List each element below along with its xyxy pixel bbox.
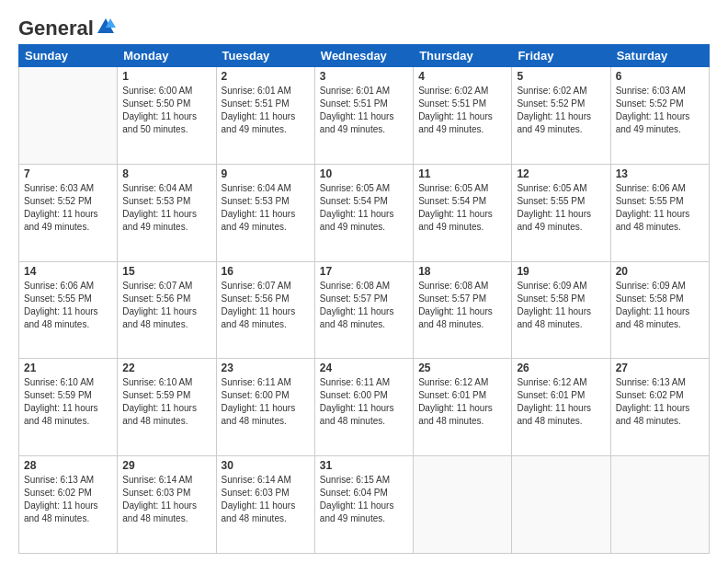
day-info: Sunrise: 6:00 AM Sunset: 5:50 PM Dayligh… [122, 85, 210, 136]
calendar-cell: 16Sunrise: 6:07 AM Sunset: 5:56 PM Dayli… [216, 261, 314, 359]
calendar-week-5: 28Sunrise: 6:13 AM Sunset: 6:02 PM Dayli… [19, 456, 710, 554]
day-info: Sunrise: 6:06 AM Sunset: 5:55 PM Dayligh… [24, 280, 112, 331]
day-info: Sunrise: 6:09 AM Sunset: 5:58 PM Dayligh… [616, 280, 704, 331]
day-header-wednesday: Wednesday [314, 45, 413, 67]
day-info: Sunrise: 6:05 AM Sunset: 5:54 PM Dayligh… [320, 182, 408, 234]
day-info: Sunrise: 6:13 AM Sunset: 6:02 PM Dayligh… [616, 376, 704, 428]
day-info: Sunrise: 6:08 AM Sunset: 5:57 PM Dayligh… [418, 280, 506, 331]
day-number: 18 [418, 265, 506, 278]
calendar-cell: 12Sunrise: 6:05 AM Sunset: 5:55 PM Dayli… [512, 164, 610, 261]
day-info: Sunrise: 6:12 AM Sunset: 6:01 PM Dayligh… [517, 376, 605, 428]
calendar-cell: 20Sunrise: 6:09 AM Sunset: 5:58 PM Dayli… [610, 261, 709, 359]
calendar-cell [414, 456, 512, 554]
day-info: Sunrise: 6:06 AM Sunset: 5:55 PM Dayligh… [616, 182, 704, 234]
day-number: 25 [418, 362, 506, 374]
day-info: Sunrise: 6:15 AM Sunset: 6:04 PM Dayligh… [320, 474, 408, 525]
day-header-thursday: Thursday [414, 45, 512, 67]
logo-icon [96, 17, 116, 37]
day-number: 9 [222, 167, 310, 180]
day-number: 26 [517, 362, 605, 374]
day-info: Sunrise: 6:01 AM Sunset: 5:51 PM Dayligh… [320, 85, 408, 136]
day-info: Sunrise: 6:02 AM Sunset: 5:52 PM Dayligh… [517, 85, 605, 136]
calendar-cell: 7Sunrise: 6:03 AM Sunset: 5:52 PM Daylig… [19, 164, 118, 261]
calendar-week-1: 1Sunrise: 6:00 AM Sunset: 5:50 PM Daylig… [19, 67, 710, 165]
calendar-cell: 1Sunrise: 6:00 AM Sunset: 5:50 PM Daylig… [118, 67, 216, 165]
calendar-week-2: 7Sunrise: 6:03 AM Sunset: 5:52 PM Daylig… [19, 164, 710, 261]
calendar-cell: 24Sunrise: 6:11 AM Sunset: 6:00 PM Dayli… [314, 359, 413, 456]
day-number: 14 [24, 265, 112, 278]
day-info: Sunrise: 6:14 AM Sunset: 6:03 PM Dayligh… [122, 474, 210, 525]
day-number: 10 [320, 167, 408, 180]
day-number: 19 [517, 265, 605, 278]
calendar-cell: 30Sunrise: 6:14 AM Sunset: 6:03 PM Dayli… [216, 456, 314, 554]
calendar-cell: 2Sunrise: 6:01 AM Sunset: 5:51 PM Daylig… [216, 67, 314, 165]
calendar-cell: 28Sunrise: 6:13 AM Sunset: 6:02 PM Dayli… [19, 456, 118, 554]
day-number: 27 [616, 362, 704, 374]
day-number: 20 [616, 265, 704, 278]
calendar-cell: 6Sunrise: 6:03 AM Sunset: 5:52 PM Daylig… [610, 67, 709, 165]
day-number: 13 [616, 167, 704, 180]
day-number: 17 [320, 265, 408, 278]
calendar-cell: 5Sunrise: 6:02 AM Sunset: 5:52 PM Daylig… [512, 67, 610, 165]
day-number: 21 [24, 362, 112, 374]
calendar-cell: 17Sunrise: 6:08 AM Sunset: 5:57 PM Dayli… [314, 261, 413, 359]
day-info: Sunrise: 6:04 AM Sunset: 5:53 PM Dayligh… [222, 182, 310, 234]
calendar-cell: 18Sunrise: 6:08 AM Sunset: 5:57 PM Dayli… [414, 261, 512, 359]
calendar-cell: 25Sunrise: 6:12 AM Sunset: 6:01 PM Dayli… [414, 359, 512, 456]
calendar-cell: 10Sunrise: 6:05 AM Sunset: 5:54 PM Dayli… [314, 164, 413, 261]
day-info: Sunrise: 6:11 AM Sunset: 6:00 PM Dayligh… [320, 376, 408, 428]
day-number: 1 [122, 70, 210, 83]
day-info: Sunrise: 6:10 AM Sunset: 5:59 PM Dayligh… [122, 376, 210, 428]
day-info: Sunrise: 6:13 AM Sunset: 6:02 PM Dayligh… [24, 474, 112, 525]
calendar-cell: 14Sunrise: 6:06 AM Sunset: 5:55 PM Dayli… [19, 261, 118, 359]
day-number: 2 [222, 70, 310, 83]
calendar-cell: 15Sunrise: 6:07 AM Sunset: 5:56 PM Dayli… [118, 261, 216, 359]
day-number: 23 [222, 362, 310, 374]
day-info: Sunrise: 6:05 AM Sunset: 5:54 PM Dayligh… [418, 182, 506, 234]
day-number: 4 [418, 70, 506, 83]
day-header-saturday: Saturday [610, 45, 709, 67]
day-number: 8 [122, 167, 210, 180]
calendar-cell: 4Sunrise: 6:02 AM Sunset: 5:51 PM Daylig… [414, 67, 512, 165]
calendar-cell: 13Sunrise: 6:06 AM Sunset: 5:55 PM Dayli… [610, 164, 709, 261]
day-number: 30 [222, 459, 310, 472]
calendar-cell: 22Sunrise: 6:10 AM Sunset: 5:59 PM Dayli… [118, 359, 216, 456]
day-info: Sunrise: 6:08 AM Sunset: 5:57 PM Dayligh… [320, 280, 408, 331]
day-info: Sunrise: 6:12 AM Sunset: 6:01 PM Dayligh… [418, 376, 506, 428]
day-number: 6 [616, 70, 704, 83]
calendar-cell: 21Sunrise: 6:10 AM Sunset: 5:59 PM Dayli… [19, 359, 118, 456]
day-number: 22 [122, 362, 210, 374]
day-number: 16 [222, 265, 310, 278]
day-number: 28 [24, 459, 112, 472]
calendar-cell: 23Sunrise: 6:11 AM Sunset: 6:00 PM Dayli… [216, 359, 314, 456]
day-number: 15 [122, 265, 210, 278]
calendar-cell: 27Sunrise: 6:13 AM Sunset: 6:02 PM Dayli… [610, 359, 709, 456]
calendar-cell: 11Sunrise: 6:05 AM Sunset: 5:54 PM Dayli… [414, 164, 512, 261]
day-info: Sunrise: 6:01 AM Sunset: 5:51 PM Dayligh… [222, 85, 310, 136]
calendar-cell: 3Sunrise: 6:01 AM Sunset: 5:51 PM Daylig… [314, 67, 413, 165]
day-info: Sunrise: 6:14 AM Sunset: 6:03 PM Dayligh… [222, 474, 310, 525]
calendar: SundayMondayTuesdayWednesdayThursdayFrid… [18, 44, 710, 554]
day-number: 3 [320, 70, 408, 83]
calendar-cell: 8Sunrise: 6:04 AM Sunset: 5:53 PM Daylig… [118, 164, 216, 261]
calendar-cell [610, 456, 709, 554]
day-number: 11 [418, 167, 506, 180]
day-number: 31 [320, 459, 408, 472]
day-header-tuesday: Tuesday [216, 45, 314, 67]
calendar-week-4: 21Sunrise: 6:10 AM Sunset: 5:59 PM Dayli… [19, 359, 710, 456]
day-info: Sunrise: 6:11 AM Sunset: 6:00 PM Dayligh… [222, 376, 310, 428]
day-number: 24 [320, 362, 408, 374]
logo: General [18, 17, 116, 37]
day-info: Sunrise: 6:10 AM Sunset: 5:59 PM Dayligh… [24, 376, 112, 428]
day-number: 29 [122, 459, 210, 472]
logo-general: General [18, 17, 94, 40]
day-info: Sunrise: 6:07 AM Sunset: 5:56 PM Dayligh… [122, 280, 210, 331]
day-info: Sunrise: 6:09 AM Sunset: 5:58 PM Dayligh… [517, 280, 605, 331]
calendar-cell: 31Sunrise: 6:15 AM Sunset: 6:04 PM Dayli… [314, 456, 413, 554]
calendar-week-3: 14Sunrise: 6:06 AM Sunset: 5:55 PM Dayli… [19, 261, 710, 359]
day-number: 12 [517, 167, 605, 180]
day-number: 7 [24, 167, 112, 180]
calendar-cell: 9Sunrise: 6:04 AM Sunset: 5:53 PM Daylig… [216, 164, 314, 261]
day-info: Sunrise: 6:05 AM Sunset: 5:55 PM Dayligh… [517, 182, 605, 234]
calendar-cell [19, 67, 118, 165]
